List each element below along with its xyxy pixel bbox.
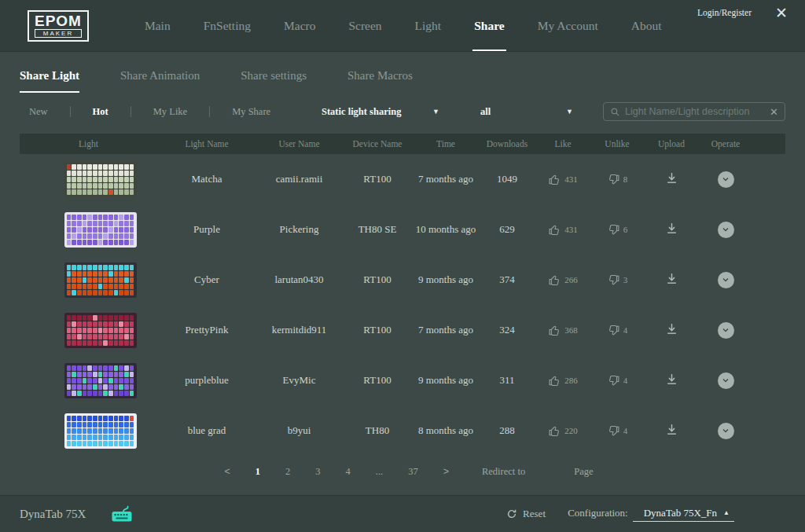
like-button[interactable]: 431 — [535, 223, 590, 237]
tab-share-light[interactable]: Share Light — [20, 69, 79, 93]
keyboard-key — [114, 233, 119, 239]
keyboard-key — [103, 227, 108, 233]
search-input[interactable] — [625, 106, 765, 117]
sort-new[interactable]: New — [29, 106, 48, 118]
device-name: RT100 — [342, 374, 413, 387]
connected-device-name: DynaTab 75X — [20, 508, 86, 521]
nav-item-my-account[interactable]: My Account — [536, 0, 600, 51]
operate-cell — [699, 372, 752, 389]
tab-share-animation[interactable]: Share Animation — [120, 69, 200, 93]
next-page-button[interactable]: > — [443, 466, 449, 477]
sort-my-share[interactable]: My Share — [232, 106, 270, 118]
keyboard-key — [72, 227, 76, 233]
unlike-button[interactable]: 4 — [590, 324, 644, 337]
configuration-select[interactable]: DynaTab 75X_Fn ▲ — [633, 507, 734, 522]
column-header-light-name: Light Name — [157, 139, 256, 149]
page-button-4[interactable]: 4 — [346, 466, 351, 478]
login-register-link[interactable]: Login/Register — [697, 8, 752, 17]
keyboard-key — [98, 428, 103, 434]
keyboard-key — [108, 189, 113, 195]
light-thumbnail[interactable] — [64, 162, 137, 197]
nav-item-screen[interactable]: Screen — [347, 0, 383, 51]
light-thumbnail[interactable] — [64, 363, 137, 398]
download-button[interactable] — [665, 171, 678, 185]
nav-item-light[interactable]: Light — [414, 0, 443, 51]
keyboard-icon[interactable] — [111, 504, 134, 523]
close-icon[interactable]: ✕ — [775, 4, 788, 22]
keyboard-key — [93, 372, 97, 377]
tab-share-macros[interactable]: Share Macros — [347, 69, 413, 93]
nav-item-macro[interactable]: Macro — [282, 0, 317, 51]
nav-item-about[interactable]: About — [630, 0, 663, 51]
light-thumbnail[interactable] — [64, 413, 137, 449]
keyboard-key — [93, 365, 97, 371]
clear-search-icon[interactable]: ✕ — [770, 106, 778, 118]
download-button[interactable] — [665, 272, 678, 285]
unlike-button[interactable]: 6 — [590, 223, 644, 237]
download-button[interactable] — [665, 222, 678, 235]
nav-item-main[interactable]: Main — [143, 0, 172, 51]
keyboard-key — [124, 171, 129, 176]
like-button[interactable]: 286 — [535, 374, 590, 387]
operate-button[interactable] — [718, 272, 734, 288]
keyboard-key — [87, 365, 92, 371]
light-thumbnail[interactable] — [64, 212, 137, 248]
light-thumbnail[interactable] — [64, 313, 137, 348]
page-button-37[interactable]: 37 — [408, 466, 418, 478]
redirect-page-input[interactable] — [531, 466, 566, 477]
unlike-count: 4 — [623, 426, 628, 435]
nav-item-fnsetting[interactable]: FnSetting — [202, 0, 252, 51]
keyboard-key — [130, 233, 134, 239]
epomaker-logo[interactable]: EPOM MAKER — [28, 10, 89, 42]
keyboard-key — [87, 315, 92, 321]
unlike-button[interactable]: 4 — [590, 424, 644, 438]
download-button[interactable] — [665, 322, 678, 336]
like-button[interactable]: 368 — [535, 324, 590, 337]
unlike-button[interactable]: 4 — [590, 374, 644, 387]
keyboard-key — [87, 183, 92, 189]
keyboard-row — [67, 340, 134, 346]
nav-item-share[interactable]: Share — [472, 0, 505, 51]
keyboard-key — [72, 422, 76, 427]
keyboard-key — [93, 189, 97, 195]
tab-share-settings[interactable]: Share settings — [241, 69, 307, 93]
keyboard-key — [87, 416, 92, 421]
keyboard-key — [130, 177, 134, 182]
like-button[interactable]: 220 — [535, 424, 590, 438]
keyboard-key — [67, 265, 72, 270]
download-button[interactable] — [665, 372, 678, 386]
page-button-3[interactable]: 3 — [315, 466, 320, 478]
search-icon — [610, 107, 620, 117]
reset-button[interactable]: Reset — [506, 508, 546, 520]
page-button-2[interactable]: 2 — [285, 466, 290, 478]
prev-page-button[interactable]: < — [224, 466, 230, 477]
keyboard-key — [83, 416, 87, 421]
operate-button[interactable] — [718, 222, 734, 238]
device-dropdown[interactable]: all ▼ — [480, 106, 573, 118]
unlike-button[interactable]: 8 — [590, 173, 644, 186]
keyboard-key — [87, 340, 92, 346]
keyboard-key — [77, 271, 82, 277]
footer-bar: DynaTab 75X Reset Configuration: DynaTab… — [0, 495, 805, 532]
keyboard-key — [77, 391, 82, 396]
keyboard-key — [93, 240, 97, 245]
operate-button[interactable] — [718, 372, 734, 389]
keyboard-key — [83, 164, 87, 170]
sort-hot[interactable]: Hot — [93, 106, 108, 118]
search-box[interactable]: ✕ — [603, 102, 785, 121]
light-thumbnail[interactable] — [64, 262, 137, 298]
operate-button[interactable] — [718, 423, 734, 439]
like-button[interactable]: 266 — [535, 273, 590, 287]
like-button[interactable]: 431 — [535, 173, 590, 186]
column-header-light: Light — [20, 139, 157, 149]
operate-button[interactable] — [718, 171, 734, 188]
unlike-button[interactable]: 3 — [590, 273, 644, 287]
category-dropdown[interactable]: Static light sharing ▼ — [322, 106, 439, 118]
sort-my-like[interactable]: My Like — [153, 106, 187, 118]
keyboard-key — [124, 164, 129, 170]
keyboard-key — [124, 271, 129, 277]
keyboard-key — [98, 372, 103, 377]
operate-button[interactable] — [718, 322, 734, 339]
page-button-1[interactable]: 1 — [255, 466, 260, 478]
download-button[interactable] — [665, 423, 678, 436]
